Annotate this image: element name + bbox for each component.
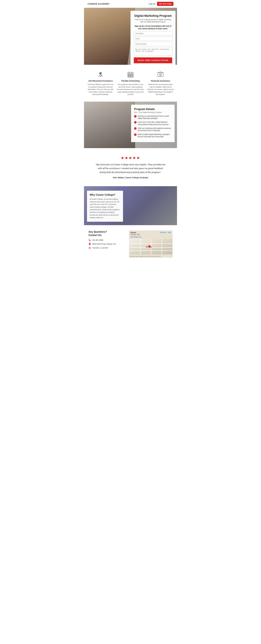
feature-financial-title: Financial Assistance <box>147 80 174 82</box>
svg-line-18 <box>90 248 90 248</box>
form-cta-text: Sign up for a Free Consultation with one… <box>134 25 172 30</box>
svg-point-15 <box>89 244 90 244</box>
first-name-input[interactable] <box>134 31 172 36</box>
program-people-image <box>84 102 135 148</box>
header-right: Call Us: 567-876-1229 <box>149 2 173 6</box>
why-section: Why Career College? At Career College, w… <box>84 186 177 225</box>
map-city-label: Atlanta <box>131 232 136 234</box>
contact-address-text: 5250 North Road, Atlanta, GA <box>92 243 116 245</box>
contact-title2: Contact Us: <box>89 234 125 236</box>
phone-button[interactable]: 567-876-1229 <box>157 2 173 6</box>
header: CAREER ACADEMY Call Us: 567-876-1229 <box>84 0 177 8</box>
location-icon <box>89 243 91 245</box>
testimonial-section: ★★★★★ "My instructors at Career College … <box>84 148 177 186</box>
financial-icon: $ <box>157 71 164 78</box>
features-section: Job Placement Assistance You'll have lif… <box>84 65 177 102</box>
map-directions-link[interactable]: Directions <box>160 232 166 233</box>
feature-job-desc: You'll have lifetime support from our on… <box>87 83 114 96</box>
map-actions: Directions Save <box>160 232 171 233</box>
map-footer-text: Map data ©2019 Google Terms of Use Repor… <box>130 256 161 257</box>
testimonial-quote: "My instructors at Career College were v… <box>95 163 166 174</box>
hero-people-image <box>84 8 135 65</box>
feature-job-placement: Job Placement Assistance You'll have lif… <box>87 71 114 96</box>
contact-address-item: 5250 North Road, Atlanta, GA <box>89 243 125 245</box>
feature-scheduling-title: Flexible Scheduling <box>117 80 144 82</box>
hero-section: Digital Marketing Program Train for an i… <box>84 8 177 65</box>
map-container: Atlanta Georgia, USA Directions Save Vie… <box>129 230 172 258</box>
check-icon-1 <box>134 115 136 118</box>
feature-financial: $ Financial Assistance Student loans and… <box>147 71 174 96</box>
program-section: Program Details Part - Time Digital Mark… <box>84 102 177 148</box>
check-icon-2 <box>134 121 136 124</box>
program-card: Program Details Part - Time Digital Mark… <box>131 105 175 142</box>
why-card-description: At Career College, we've been helping st… <box>90 198 120 219</box>
book-consultation-button[interactable]: BOOK FREE CONSULTATION <box>134 58 172 63</box>
feature-financial-desc: Student loans and payment plans may be a… <box>147 83 174 96</box>
feature-scheduling: Flexible Scheduling Our programs start m… <box>117 71 144 96</box>
map-body: Atlanta <box>129 239 172 254</box>
contact-info: Any Questions? Contact Us: 512-467-8903 <box>89 230 125 251</box>
map-save-link[interactable]: Save <box>168 232 171 233</box>
program-card-title: Program Details <box>134 108 172 111</box>
program-list-text-4: Build complete Digital Marketing campaig… <box>138 133 172 138</box>
program-list-item-3: Take your marketing skills digital by ex… <box>134 127 172 132</box>
check-icon-4 <box>134 134 136 136</box>
check-icon-3 <box>134 127 136 130</box>
form-title: Digital Marketing Program <box>134 14 172 18</box>
feature-job-title: Job Placement Assistance <box>87 80 114 82</box>
contact-phone-text: 512-467-8903 <box>92 239 103 241</box>
why-card-title: Why Career College? <box>90 194 120 196</box>
map-state-label: Georgia, USA <box>131 234 140 235</box>
program-list-text-3: Take your marketing skills digital by ex… <box>138 127 172 132</box>
contact-title: Any Questions? <box>89 230 125 233</box>
map-container-wrapper: Atlanta Georgia, USA Directions Save Vie… <box>129 230 172 258</box>
svg-text:$: $ <box>160 74 161 76</box>
program-list-item-1: Develop an understanding of how to creat… <box>134 115 172 120</box>
scheduling-icon <box>127 71 134 78</box>
svg-point-1 <box>100 73 101 74</box>
map-view-larger-link[interactable]: View larger map <box>131 236 141 238</box>
star-rating: ★★★★★ <box>90 156 171 160</box>
phone-input[interactable] <box>134 42 172 46</box>
email-input[interactable] <box>134 36 172 41</box>
hero-form-container: Digital Marketing Program Train for an i… <box>131 11 175 65</box>
feature-scheduling-desc: Our programs start monthly so you can fi… <box>117 83 144 96</box>
testimonial-author: Alice Walker, Career College Graduate <box>90 176 171 179</box>
contact-section: Any Questions? Contact Us: 512-467-8903 <box>84 225 177 263</box>
program-card-subtitle: Part - Time Digital Marketing Program <box>134 112 172 113</box>
program-list-item-2: Learn how to think like a Digital Market… <box>134 121 172 126</box>
program-list-text-1: Develop an understanding of how to creat… <box>138 115 172 120</box>
job-placement-icon <box>97 71 104 78</box>
contact-hours-item: 7:00 AM - 11:30 PM <box>89 247 125 249</box>
features-grid: Job Placement Assistance You'll have lif… <box>87 71 174 96</box>
site-logo: CAREER ACADEMY <box>88 3 110 5</box>
program-list-text-2: Learn how to think like a Digital Market… <box>138 121 172 126</box>
phone-icon <box>89 239 91 241</box>
clock-icon <box>89 247 91 249</box>
form-subtitle: Train for an in-demand career in digital… <box>134 18 172 23</box>
call-us-label: Call Us: <box>149 3 156 5</box>
program-list-item-4: Build complete Digital Marketing campaig… <box>134 133 172 138</box>
why-card: Why Career College? At Career College, w… <box>87 191 123 222</box>
questions-textarea[interactable] <box>134 47 172 55</box>
contact-phone-item: 512-467-8903 <box>89 239 125 241</box>
contact-hours-text: 7:00 AM - 11:30 PM <box>92 247 108 249</box>
